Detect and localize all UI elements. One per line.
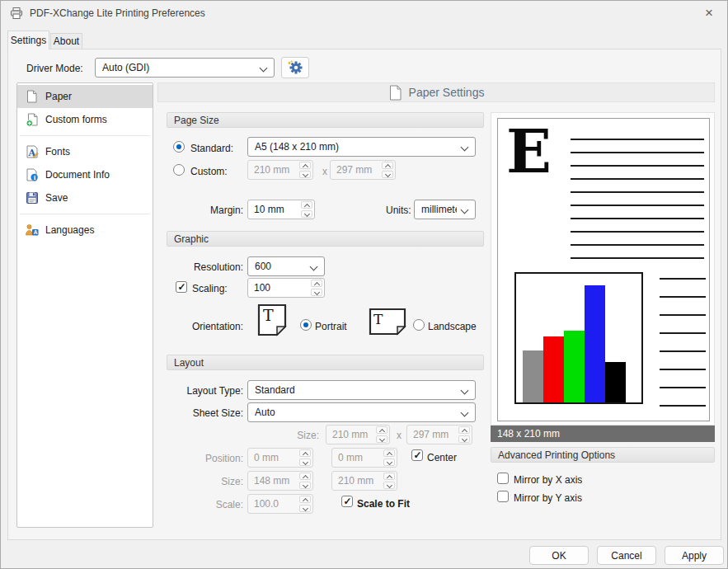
preview-line [571,191,704,193]
scaling-spinner[interactable]: 100 [247,278,325,298]
apply-button[interactable]: Apply [665,546,724,565]
portrait-radio[interactable] [300,319,312,331]
group-title: Page Size [174,115,219,126]
spin-up-icon [299,496,311,503]
document-info-icon: i [25,168,39,182]
preview-line [660,332,706,334]
preview-line [660,278,706,280]
sidebar-separator [20,214,150,214]
custom-width-value: 210 mm [248,164,299,176]
tab-settings[interactable]: Settings [7,31,49,49]
driver-settings-button[interactable] [281,57,309,78]
close-button[interactable]: × [699,4,719,22]
mirror-x-label: Mirror by X axis [514,474,582,486]
portrait-page-icon: T [257,303,287,336]
spin-down-icon[interactable] [301,210,312,218]
cancel-button[interactable]: Cancel [597,546,656,565]
custom-forms-icon [25,113,39,127]
preview-bar [523,350,543,402]
preview-bar [543,336,564,402]
landscape-label: Landscape [428,321,477,332]
group-title: Graphic [174,233,209,245]
resolution-value: 600 [255,261,271,272]
units-select[interactable]: millimeter [414,200,476,219]
x-separator: x [397,430,402,441]
sidebar-item-fonts[interactable]: A Fonts [17,140,153,163]
position-label: Position: [167,453,243,464]
spin-down-icon[interactable] [311,289,322,296]
spinner-buttons[interactable] [301,200,314,219]
custom-label: Custom: [190,166,228,177]
sidebar-item-languages[interactable]: A Languages [17,219,153,242]
units-value: millimeter [421,204,457,215]
preview-line [571,139,704,140]
group-title: Advanced Printing Options [498,449,615,461]
tab-about-label: About [54,35,79,47]
margin-spinner[interactable]: 10 mm [247,200,315,219]
mirror-y-checkbox[interactable] [497,491,509,502]
title-bar: PDF-XChange Lite Printing Preferences × [1,1,727,26]
preview-line [571,218,704,219]
custom-radio[interactable] [173,164,185,176]
layout-group-header: Layout [167,355,484,370]
spinner-buttons [458,426,472,444]
sheet-dim-size-label: Size: [275,430,319,441]
spinner-buttons [382,161,395,179]
spin-up-icon [383,449,395,457]
sheet-size-select[interactable]: Auto [247,402,476,422]
preview-line [660,387,706,388]
custom-width-spinner: 210 mm [247,160,313,180]
scale-label: Scale: [167,499,243,510]
sidebar-item-label: Paper [45,91,72,102]
x-separator: x [322,166,327,177]
spin-down-icon [458,435,470,443]
driver-mode-label: Driver Mode: [26,63,83,74]
languages-icon: A [25,223,39,237]
preview-bar [564,331,585,402]
sheet-size-label: Sheet Size: [167,407,243,419]
spin-up-icon[interactable] [301,201,312,209]
portrait-label: Portrait [315,321,347,332]
sidebar-item-save[interactable]: Save [17,186,153,209]
spin-down-icon [299,171,311,178]
spinner-buttons [383,472,397,490]
mirror-x-checkbox[interactable] [497,473,509,484]
spin-up-icon [383,473,395,480]
scaling-value: 100 [248,282,311,294]
svg-text:A: A [34,229,38,235]
sheet-height-value: 297 mm [407,429,458,440]
gear-icon [287,60,303,75]
scale-to-fit-checkbox[interactable] [341,496,353,507]
position-x-value: 0 mm [248,452,299,463]
tab-about[interactable]: About [50,33,82,49]
fonts-icon: A [25,145,39,159]
sidebar-item-document-info[interactable]: i Document Info [17,163,153,186]
units-label: Units: [386,205,411,216]
driver-mode-select[interactable]: Auto (GDI) [95,58,275,78]
resolution-select[interactable]: 600 [247,256,325,276]
spinner-buttons[interactable] [311,279,324,297]
sidebar-item-label: Fonts [45,146,70,158]
landscape-radio[interactable] [413,319,425,331]
preview-bar-chart [514,272,643,404]
preview-line [571,257,704,259]
spin-up-icon[interactable] [311,280,322,287]
standard-size-select[interactable]: A5 (148 x 210 mm) [247,137,476,157]
sidebar-item-custom-forms[interactable]: Custom forms [17,108,153,131]
center-checkbox[interactable] [411,449,423,461]
spinner-buttons [299,161,312,179]
ok-button[interactable]: OK [529,546,589,565]
preview-line [571,231,704,233]
layout-type-select[interactable]: Standard [247,380,476,400]
position-y-spinner: 0 mm [331,448,397,468]
spin-down-icon [376,435,387,443]
chevron-down-icon [461,206,469,214]
output-height-value: 210 mm [332,475,383,487]
scaling-checkbox[interactable] [176,281,187,293]
margin-value: 10 mm [248,204,301,215]
scale-spinner: 100.0 [247,494,313,514]
spin-down-icon [382,171,393,178]
sidebar-item-paper[interactable]: Paper [17,85,153,108]
standard-radio[interactable] [173,141,185,153]
spinner-buttons [299,449,312,467]
